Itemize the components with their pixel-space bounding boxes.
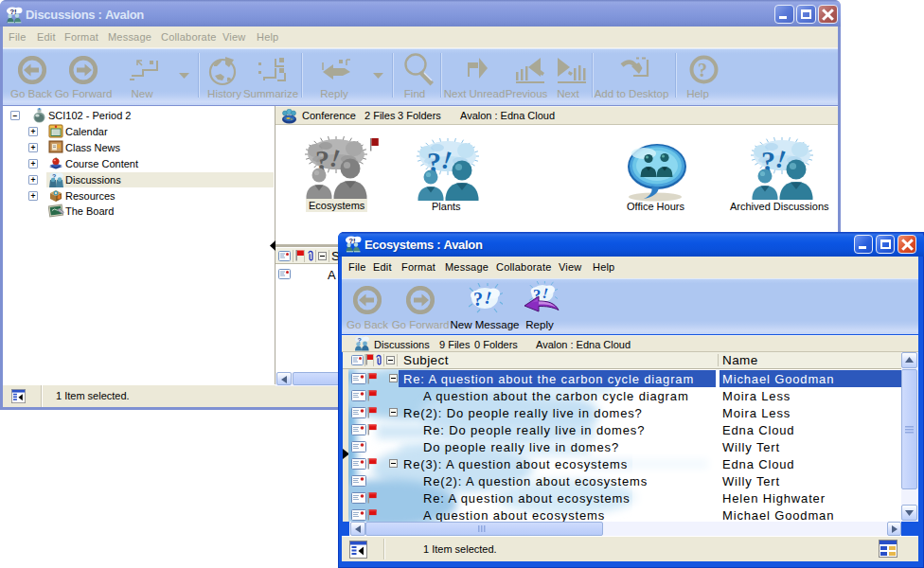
svg-text:?: ? xyxy=(473,289,483,310)
svg-text:?: ? xyxy=(698,60,707,80)
